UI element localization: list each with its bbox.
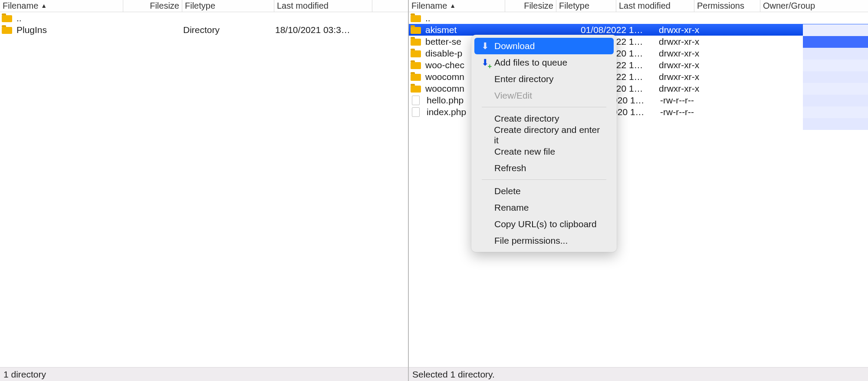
- folder-icon: [411, 62, 421, 69]
- remote-status: Selected 1 directory.: [409, 367, 868, 381]
- folder-icon: [411, 86, 421, 93]
- remote-columns: Filename ▲ Filesize Filetype Last modifi…: [409, 0, 868, 12]
- file-permissions: drwxr-xr-x: [658, 83, 724, 94]
- file-name: woo-chec: [424, 60, 466, 70]
- menu-item-file-permissions[interactable]: File permissions...: [474, 232, 614, 249]
- menu-item-label: Copy URL(s) to clipboard: [494, 219, 597, 229]
- file-name: woocomn: [424, 72, 466, 82]
- col-filename[interactable]: Filename ▲: [0, 0, 123, 12]
- menu-item-rename[interactable]: Rename: [474, 199, 614, 216]
- menu-separator: [482, 179, 606, 180]
- folder-icon: [2, 27, 12, 34]
- folder-icon: [411, 15, 421, 22]
- menu-item-label: Download: [494, 41, 535, 51]
- file-icon: [412, 107, 420, 117]
- list-item[interactable]: ..: [409, 12, 868, 24]
- local-list[interactable]: .. PlugIns Directory 18/10/2021 03:3…: [0, 12, 408, 367]
- sort-asc-icon: ▲: [41, 2, 47, 9]
- sort-asc-icon: ▲: [450, 2, 456, 9]
- file-name: PlugIns: [16, 25, 123, 35]
- file-name: woocomn: [424, 83, 466, 94]
- file-permissions: drwxr-xr-x: [658, 48, 724, 59]
- file-name: akismet: [424, 25, 466, 35]
- menu-item-delete[interactable]: Delete: [474, 183, 614, 199]
- menu-item-label: Rename: [494, 202, 529, 213]
- file-name: ..: [16, 13, 123, 23]
- file-modified: 18/10/2021 03:3…: [274, 25, 372, 35]
- menu-item-label: Create directory: [494, 113, 559, 124]
- list-item[interactable]: PlugIns Directory 18/10/2021 03:3…: [0, 24, 408, 36]
- menu-item-label: Add files to queue: [494, 57, 567, 68]
- col-filesize[interactable]: Filesize: [123, 0, 182, 12]
- menu-item-create-new-file[interactable]: Create new file: [474, 143, 614, 160]
- menu-item-create-directory-and-enter-it[interactable]: Create directory and enter it: [474, 127, 614, 143]
- file-name: disable-p: [424, 48, 466, 59]
- menu-item-add-files-to-queue[interactable]: ⬇Add files to queue: [474, 54, 614, 71]
- folder-icon: [411, 27, 421, 34]
- file-permissions: drwxr-xr-x: [658, 25, 724, 35]
- col-filetype[interactable]: Filetype: [556, 0, 616, 12]
- list-item[interactable]: akismet01/08/2022 1…drwxr-xr-x: [409, 24, 868, 36]
- menu-item-label: Create new file: [494, 146, 555, 157]
- col-permissions[interactable]: Permissions: [694, 0, 760, 12]
- col-filename[interactable]: Filename ▲: [409, 0, 505, 12]
- ftp-dual-pane: Filename ▲ Filesize Filetype Last modifi…: [0, 0, 868, 381]
- file-permissions: drwxr-xr-x: [658, 72, 724, 82]
- col-lastmodified[interactable]: Last modified: [616, 0, 694, 12]
- col-filetype[interactable]: Filetype: [182, 0, 274, 12]
- menu-item-copy-url-s-to-clipboard[interactable]: Copy URL(s) to clipboard: [474, 216, 614, 232]
- file-name: hello.php: [426, 95, 467, 106]
- local-status: 1 directory: [0, 367, 408, 381]
- menu-item-label: Enter directory: [494, 74, 554, 84]
- menu-item-enter-directory[interactable]: Enter directory: [474, 71, 614, 87]
- folder-icon: [411, 74, 421, 81]
- col-ownergroup[interactable]: Owner/Group: [760, 0, 868, 12]
- col-lastmodified[interactable]: Last modified: [274, 0, 372, 12]
- file-icon: [412, 96, 420, 105]
- folder-icon: [411, 50, 421, 57]
- folder-icon: [2, 15, 12, 22]
- owner-group-redacted: [803, 24, 868, 130]
- menu-item-label: File permissions...: [494, 235, 568, 246]
- folder-icon: [411, 39, 421, 46]
- context-menu: ⬇Download⬇Add files to queueEnter direct…: [471, 35, 617, 252]
- file-permissions: -rw-r--r--: [659, 95, 725, 106]
- menu-item-label: View/Edit: [494, 90, 532, 101]
- download-icon: ⬇: [480, 41, 490, 51]
- file-permissions: drwxr-xr-x: [658, 60, 724, 70]
- file-name: index.php: [426, 107, 467, 117]
- menu-item-label: Delete: [494, 186, 521, 196]
- menu-item-label: Refresh: [494, 163, 526, 173]
- menu-item-label: Create directory and enter it: [494, 125, 603, 146]
- add-to-queue-icon: ⬇: [480, 57, 490, 68]
- col-spacer: [372, 0, 408, 12]
- local-columns: Filename ▲ Filesize Filetype Last modifi…: [0, 0, 408, 12]
- menu-item-refresh[interactable]: Refresh: [474, 160, 614, 176]
- file-permissions: drwxr-xr-x: [658, 36, 724, 47]
- file-modified: 01/08/2022 1…: [580, 25, 658, 35]
- menu-item-download[interactable]: ⬇Download: [474, 38, 614, 54]
- file-name: ..: [424, 13, 466, 23]
- list-item[interactable]: ..: [0, 12, 408, 24]
- file-name: better-se: [424, 36, 466, 47]
- file-type: Directory: [182, 25, 274, 35]
- file-permissions: -rw-r--r--: [659, 107, 725, 117]
- menu-item-view-edit: View/Edit: [474, 87, 614, 104]
- local-pane: Filename ▲ Filesize Filetype Last modifi…: [0, 0, 409, 381]
- col-filesize[interactable]: Filesize: [505, 0, 556, 12]
- menu-separator: [482, 107, 606, 107]
